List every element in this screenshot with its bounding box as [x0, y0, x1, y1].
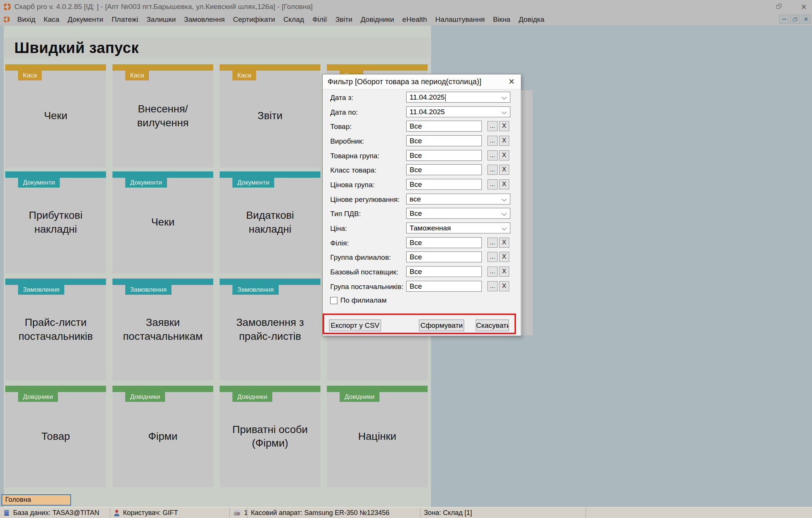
field-picker-5[interactable]: Все — [406, 164, 482, 175]
field-value: Все — [410, 209, 422, 217]
tile-r0c2[interactable]: КасаЗвіти — [220, 64, 320, 168]
browse-button-3[interactable]: ... — [487, 136, 498, 146]
field-picker-6[interactable]: Все — [406, 179, 482, 190]
menu-item-3[interactable]: Платежі — [108, 14, 143, 26]
menu-item-5[interactable]: Замовлення — [180, 14, 229, 26]
close-button[interactable]: × — [801, 2, 807, 12]
restore-button[interactable] — [776, 3, 782, 10]
checkbox-label: По филиалам — [340, 296, 387, 304]
dialog-title-bar[interactable]: Фильтр [Оборот товара за период(столица)… — [323, 74, 521, 89]
tile-r1c1[interactable]: ДокументиЧеки — [112, 171, 213, 273]
field-picker-11[interactable]: Все — [406, 251, 482, 262]
browse-button-6[interactable]: ... — [487, 179, 498, 189]
cash-register-icon — [233, 510, 241, 516]
chevron-down-icon — [502, 197, 507, 201]
tile-r2c2[interactable]: ЗамовленняЗамовлення з прайс-листів — [220, 279, 320, 380]
menu-item-2[interactable]: Документи — [64, 14, 108, 26]
tile-r2c0[interactable]: ЗамовленняПрайс-листи постачальників — [5, 279, 106, 380]
menu-item-9[interactable]: Звіти — [331, 14, 357, 26]
menu-item-6[interactable]: Сертифікати — [229, 14, 279, 26]
field-combo-0[interactable]: 11.04.2025 — [406, 92, 510, 103]
tile-label: Прибуткові накладні — [5, 171, 106, 273]
field-value: 11.04.2025 — [410, 108, 445, 116]
tile-r3c1[interactable]: ДовідникиФірми — [112, 386, 213, 487]
by-branches-checkbox[interactable]: По филиалам — [330, 296, 387, 304]
field-value: Все — [410, 239, 422, 247]
browse-button-2[interactable]: ... — [487, 121, 498, 131]
dialog-title: Фильтр [Оборот товара за период(столица)… — [328, 77, 481, 86]
status-section-2: 1 — [230, 507, 247, 518]
child-close-button[interactable]: × — [801, 15, 811, 24]
tile-label: Товар — [5, 386, 106, 487]
browse-button-11[interactable]: ... — [487, 252, 498, 262]
menu-item-10[interactable]: Довідники — [357, 14, 398, 26]
field-combo-7[interactable]: все — [406, 194, 510, 204]
tile-r0c0[interactable]: КасаЧеки — [5, 64, 106, 168]
field-picker-13[interactable]: Все — [406, 281, 482, 292]
clear-button-4[interactable]: X — [499, 150, 509, 161]
child-restore-button[interactable] — [790, 15, 800, 24]
user-icon — [114, 509, 120, 516]
clear-button-3[interactable]: X — [499, 136, 509, 146]
menu-item-13[interactable]: Вікна — [489, 14, 515, 26]
tile-label: Замовлення з прайс-листів — [220, 279, 320, 380]
tile-r3c3[interactable]: ДовідникиНацінки — [327, 386, 428, 487]
menu-item-7[interactable]: Склад — [279, 14, 308, 26]
menu-item-1[interactable]: Каса — [39, 14, 64, 26]
tile-r3c0[interactable]: ДовідникиТовар — [5, 386, 106, 487]
clear-button-10[interactable]: X — [499, 238, 509, 248]
dialog-close-icon[interactable]: × — [507, 77, 516, 87]
menu-item-11[interactable]: eHealth — [398, 14, 431, 26]
field-value: Все — [410, 122, 422, 130]
browse-button-13[interactable]: ... — [487, 281, 498, 291]
tile-r3c2[interactable]: ДовідникиПриватні особи (Фірми) — [220, 386, 320, 487]
generate-button[interactable]: Сформувати — [419, 320, 464, 331]
menu-item-8[interactable]: Філії — [308, 14, 331, 26]
checkbox-box[interactable] — [330, 297, 337, 304]
field-label-7: Цінове регулювання: — [330, 194, 400, 205]
browse-button-5[interactable]: ... — [487, 165, 498, 175]
status-bar: База даних: TASA3@TITANКористувач: GIFT1… — [0, 507, 812, 518]
tab-home[interactable]: Головна — [2, 494, 71, 506]
clear-button-11[interactable]: X — [499, 252, 509, 262]
menu-item-0[interactable]: Вихід — [13, 14, 39, 26]
field-combo-9[interactable]: Таможенная — [406, 223, 510, 233]
field-picker-2[interactable]: Все — [406, 121, 482, 132]
child-minimize-button[interactable] — [779, 15, 789, 24]
field-picker-3[interactable]: Все — [406, 135, 482, 146]
cancel-button[interactable]: Скасувати — [476, 320, 509, 331]
browse-button-12[interactable]: ... — [487, 267, 498, 277]
tile-label: Фірми — [112, 386, 213, 487]
tile-r2c1[interactable]: ЗамовленняЗаявки постачальникам — [112, 279, 213, 380]
chevron-down-icon — [502, 211, 507, 216]
export-csv-button[interactable]: Експорт у CSV — [329, 320, 381, 331]
field-value: Все — [410, 137, 422, 145]
tile-r1c2[interactable]: ДокументиВидаткові накладні — [220, 171, 320, 273]
field-picker-12[interactable]: Все — [406, 266, 482, 277]
tile-label: Чеки — [5, 64, 106, 168]
clear-button-6[interactable]: X — [499, 179, 509, 189]
field-picker-4[interactable]: Все — [406, 150, 482, 161]
clear-button-5[interactable]: X — [499, 165, 509, 175]
clear-button-2[interactable]: X — [499, 121, 509, 131]
clear-button-13[interactable]: X — [499, 281, 509, 291]
field-picker-10[interactable]: Все — [406, 237, 482, 248]
menu-item-14[interactable]: Довідка — [515, 14, 548, 26]
browse-button-4[interactable]: ... — [487, 150, 498, 161]
tile-r1c0[interactable]: ДокументиПрибуткові накладні — [5, 171, 106, 273]
tile-label: Приватні особи (Фірми) — [220, 386, 320, 487]
browse-button-10[interactable]: ... — [487, 238, 498, 248]
field-value: Все — [410, 180, 422, 188]
field-label-1: Дата по: — [330, 106, 358, 118]
field-combo-8[interactable]: Все — [406, 208, 510, 219]
field-combo-1[interactable]: 11.04.2025 — [406, 106, 510, 117]
dialog-scrollbar[interactable] — [521, 90, 533, 335]
tile-r0c1[interactable]: КасаВнесення/вилучення — [112, 64, 213, 168]
clear-button-12[interactable]: X — [499, 267, 509, 277]
menu-item-4[interactable]: Залишки — [142, 14, 180, 26]
window-title: Скарб pro v. 4.0.2.85 [ІД: ] - [Апт №003… — [14, 3, 313, 11]
menu-bar: ВихідКасаДокументиПлатежіЗалишкиЗамовлен… — [0, 14, 812, 26]
field-value: Таможенная — [410, 224, 451, 232]
menu-item-12[interactable]: Налаштування — [431, 14, 489, 26]
status-text: 1 — [244, 509, 247, 517]
